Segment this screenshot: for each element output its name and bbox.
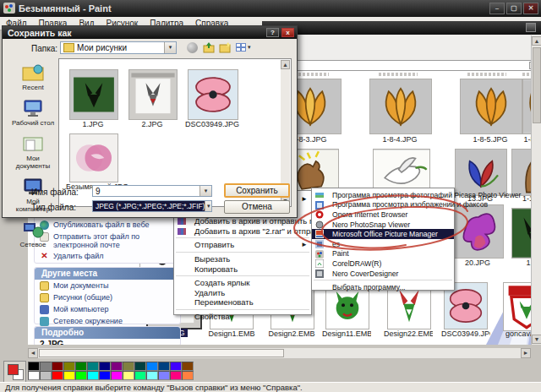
folder-window-titlebar[interactable]	[262, 21, 541, 35]
palette-color[interactable]	[28, 362, 40, 371]
palette-color[interactable]	[28, 371, 40, 380]
minimize-button[interactable]: –	[489, 3, 505, 14]
scroll-left-icon[interactable]: ◄	[28, 348, 38, 358]
scroll-up-icon[interactable]: ▲	[532, 36, 541, 46]
palette-color[interactable]	[99, 362, 111, 371]
file-label[interactable]: 1.JPG	[516, 259, 531, 267]
file-label[interactable]: 1.JPG	[69, 120, 117, 128]
view-menu-icon[interactable]: ▾	[235, 41, 254, 53]
thumbnail-green-wolf[interactable]	[511, 208, 531, 259]
back-icon[interactable]	[187, 42, 198, 53]
file-label[interactable]: DSC03949.JPG	[183, 120, 242, 128]
palette-color[interactable]	[170, 362, 182, 371]
place-network[interactable]: Сетевое окружение	[35, 315, 180, 327]
dialog-thumb-dsc03949[interactable]	[188, 69, 238, 120]
file-label[interactable]: 1-8-4.JPG	[369, 135, 430, 144]
context-properties[interactable]: Свойства	[174, 312, 311, 322]
palette-color[interactable]	[87, 362, 99, 371]
file-label[interactable]: 2.JPG	[128, 120, 176, 128]
thumbnail-horse[interactable]	[511, 149, 531, 196]
horizontal-scroll-thumb[interactable]	[39, 349, 284, 357]
openwith-paint[interactable]: Paint	[312, 249, 454, 259]
other-places-header[interactable]: Другие места	[35, 268, 180, 280]
openwith-ms-office-picture-manager[interactable]: Microsoft Office Picture Manager	[312, 229, 454, 239]
palette-color[interactable]	[87, 371, 99, 380]
openwith-picasa[interactable]: Программа просмотра фотографий Picasa Ph…	[312, 190, 454, 200]
dialog-close-button[interactable]: x	[281, 28, 294, 37]
thumbnail-lotus-2[interactable]	[369, 79, 432, 134]
palette-color[interactable]	[158, 371, 170, 380]
file-label[interactable]: 1-8-6.JPG	[522, 135, 531, 144]
context-create-shortcut[interactable]: Создать ярлык	[174, 278, 311, 288]
file-label[interactable]: Design22.EMB	[384, 329, 433, 338]
chevron-down-icon[interactable]: ▾	[205, 201, 211, 211]
context-send-to[interactable]: Отправить ►	[174, 240, 311, 250]
scroll-right-icon[interactable]: ►	[521, 348, 531, 358]
file-label[interactable]: DSC03949.JPG	[441, 329, 490, 338]
openwith-choose-program[interactable]: Выбрать программу...	[312, 282, 454, 292]
palette-color[interactable]	[63, 362, 75, 371]
save-button[interactable]: Сохранить	[224, 183, 290, 198]
context-add-archive-2rar-email[interactable]: Добавить в архив "2.rar" и отправить по …	[174, 226, 311, 237]
folder-vertical-scrollbar[interactable]: ▲ ▼	[531, 35, 541, 345]
thumbnail-goncava[interactable]	[503, 282, 531, 331]
dialog-help-button[interactable]: ?	[266, 28, 279, 37]
palette-color[interactable]	[158, 362, 170, 371]
task-delete-file[interactable]: ✕ Удалить файл	[35, 250, 180, 262]
file-label[interactable]: goncava.E	[505, 329, 531, 338]
place-recent[interactable]: Recent	[8, 63, 57, 91]
scroll-down-icon[interactable]: ▼	[532, 335, 541, 344]
new-folder-icon[interactable]	[219, 41, 231, 53]
place-network[interactable]: Сетевое	[8, 220, 57, 248]
palette-color[interactable]	[111, 371, 123, 380]
up-folder-icon[interactable]	[203, 41, 215, 53]
file-label[interactable]: Design2.EMB	[268, 329, 315, 338]
filename-input[interactable]: 9 ▾	[92, 185, 212, 197]
openwith-nero-photosnap[interactable]: Nero PhotoSnap Viewer	[312, 220, 454, 230]
scroll-up-icon[interactable]: ▲	[281, 60, 290, 69]
file-label[interactable]: 1-8-5.JPG	[460, 135, 521, 144]
context-cut[interactable]: Вырезать	[174, 254, 311, 264]
file-label[interactable]: 20.JPG	[453, 259, 502, 267]
palette-color[interactable]	[99, 371, 111, 380]
vertical-scroll-thumb[interactable]	[533, 47, 541, 123]
palette-color[interactable]	[182, 362, 194, 371]
file-label[interactable]: Design1.EMB	[208, 329, 255, 338]
openwith-image-fax-viewer[interactable]: Программа просмотра изображений и факсов	[312, 200, 454, 210]
cancel-button[interactable]: Отмена	[224, 200, 290, 214]
thumbnail-blue-flower[interactable]	[455, 149, 507, 196]
context-copy[interactable]: Копировать	[174, 264, 311, 274]
thumbnail-purple-flower[interactable]	[453, 204, 504, 259]
palette-color[interactable]	[40, 371, 52, 380]
palette-color[interactable]	[123, 362, 134, 371]
dialog-thumb-2jpg[interactable]	[128, 69, 178, 120]
palette-color[interactable]	[134, 371, 146, 380]
thumbnail-lotus-3[interactable]	[460, 79, 522, 134]
place-desktop[interactable]: Рабочий стол	[8, 99, 57, 127]
openwith-opera[interactable]: Opera Internet Browser	[312, 210, 454, 220]
palette-color[interactable]	[52, 371, 63, 380]
place-my-documents[interactable]: Мои документы	[8, 134, 57, 170]
palette-color[interactable]	[75, 371, 87, 380]
palette-color[interactable]	[146, 371, 158, 380]
thumbnail-lotus-4[interactable]	[522, 79, 531, 134]
dialog-thumb-bezymyanny[interactable]	[69, 133, 118, 182]
openwith-es[interactable]: es	[312, 239, 454, 249]
file-label[interactable]: Design11.EMB	[322, 329, 371, 338]
palette-color[interactable]	[40, 362, 52, 371]
folder-combo[interactable]: Мои рисунки ▾	[60, 41, 177, 54]
chevron-down-icon[interactable]: ▾	[164, 42, 176, 53]
chevron-down-icon[interactable]: ▾	[199, 186, 211, 196]
palette-color[interactable]	[52, 362, 63, 371]
details-header[interactable]: Подробно	[35, 327, 180, 339]
place-shared-pictures[interactable]: Рисунки (общие)	[35, 291, 180, 303]
place-my-documents[interactable]: Мои документы	[35, 280, 180, 291]
close-button[interactable]: ✕	[523, 3, 538, 14]
palette-color[interactable]	[182, 371, 194, 380]
folder-close-button[interactable]	[526, 23, 536, 32]
folder-horizontal-scrollbar[interactable]: ◄ ►	[28, 348, 531, 358]
context-rename[interactable]: Переименовать	[174, 297, 311, 308]
openwith-nero-coverdesigner[interactable]: Nero CoverDesigner	[312, 269, 454, 279]
place-my-computer[interactable]: Мой компьютер	[35, 303, 180, 315]
palette-color[interactable]	[123, 371, 134, 380]
